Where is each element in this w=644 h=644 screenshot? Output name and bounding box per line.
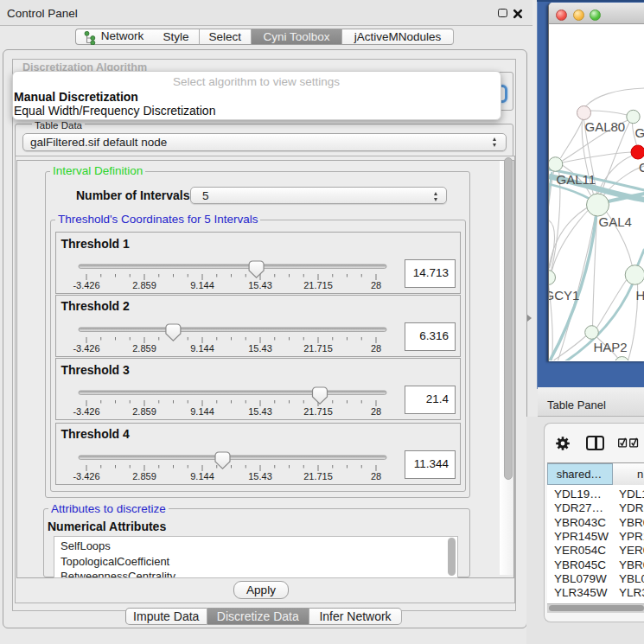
svg-text:21.715: 21.715	[303, 471, 333, 481]
svg-text:28: 28	[371, 280, 381, 290]
svg-text:9.144: 9.144	[190, 343, 214, 354]
svg-text:2.859: 2.859	[132, 471, 156, 481]
svg-text:-3.426: -3.426	[73, 343, 99, 354]
svg-text:-3.426: -3.426	[73, 471, 99, 481]
svg-text:-3.426: -3.426	[73, 406, 99, 417]
svg-text:28: 28	[371, 471, 381, 481]
svg-text:15.43: 15.43	[248, 343, 272, 354]
svg-text:2.859: 2.859	[132, 280, 156, 290]
svg-text:9.144: 9.144	[190, 280, 214, 290]
svg-text:28: 28	[371, 343, 381, 354]
svg-text:-3.426: -3.426	[73, 280, 99, 290]
svg-text:GAL4: GAL4	[598, 214, 631, 229]
svg-text:21.715: 21.715	[303, 406, 333, 417]
svg-text:21.715: 21.715	[303, 343, 333, 354]
svg-text:G.: G.	[634, 125, 644, 140]
svg-text:H: H	[635, 288, 644, 303]
svg-text:2.859: 2.859	[132, 406, 156, 417]
svg-text:C: C	[639, 160, 644, 175]
svg-text:9.144: 9.144	[190, 406, 214, 417]
svg-text:15.43: 15.43	[248, 406, 272, 417]
svg-text:2.859: 2.859	[132, 343, 156, 354]
svg-text:GAL11: GAL11	[556, 172, 596, 187]
svg-text:21.715: 21.715	[303, 280, 333, 290]
svg-text:GAL80: GAL80	[584, 119, 625, 134]
svg-text:28: 28	[371, 406, 381, 417]
svg-text:9.144: 9.144	[190, 471, 214, 481]
svg-text:GCY1: GCY1	[549, 288, 579, 303]
svg-text:15.43: 15.43	[248, 280, 272, 290]
svg-text:15.43: 15.43	[248, 471, 272, 481]
svg-text:HAP2: HAP2	[593, 340, 627, 354]
